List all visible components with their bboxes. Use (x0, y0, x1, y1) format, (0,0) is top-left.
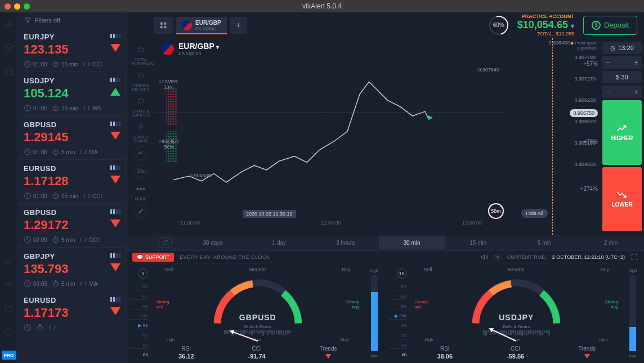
peak-price: 0.907640 (476, 66, 502, 73)
gear-icon[interactable] (494, 253, 502, 261)
level-PIV: PIV (130, 313, 148, 320)
payout-pct[interactable]: 60% (489, 16, 508, 35)
hide-all-button[interactable]: Hide All (521, 209, 548, 218)
loop-icon (162, 240, 169, 245)
deposit-button[interactable]: $ Deposit (583, 16, 637, 35)
chart-wrap: TOTAL PORTFOLIO TRADING HISTORY CHATS & … (127, 38, 644, 235)
sound-icon[interactable] (480, 253, 488, 261)
current-price-badge: 0.906750 (570, 109, 598, 117)
window-controls[interactable] (5, 3, 30, 10)
signal-meta: 01:09 15 min CCI (24, 192, 120, 200)
gauge-tf[interactable]: 15 (397, 268, 407, 279)
levels-col: 15 R3R2R1▶ PIVS1S2S3 60 (389, 267, 408, 360)
signal-price: 1.17128 (24, 174, 69, 189)
price-level: 0.905670 (572, 118, 598, 125)
signal-card[interactable]: EURUSD 1.17173 (18, 292, 126, 335)
chart-header[interactable]: EUR/GBP ▾ FX Option (160, 42, 219, 56)
add-tab-button[interactable]: + (230, 17, 247, 34)
signal-meta: 01:03 15 min CCI (24, 60, 120, 68)
topbar: EUR/GBP FX Option + 60% PRACTICE ACCOUNT… (127, 12, 644, 38)
indicator-icon (83, 60, 91, 68)
bottom-panel: 💬SUPPORT EVERY DAY, AROUND THE CLOCK CUR… (127, 250, 644, 363)
level-R2: R2 (389, 293, 407, 300)
signal-price: 105.124 (24, 86, 69, 101)
arrow-down-icon (110, 132, 120, 140)
tool-more[interactable]: •••MORE (132, 182, 150, 201)
arrow-down-icon (110, 307, 120, 315)
close-icon[interactable] (5, 3, 11, 10)
signals-icon[interactable] (4, 19, 14, 29)
minimize-icon[interactable] (14, 3, 20, 10)
signal-pair: GBPJPY (24, 252, 120, 261)
tool-leaderboard[interactable]: LEADER BOARD (132, 120, 150, 143)
price-chart[interactable]: EUR/GBP ▾ FX Option LOWER50% HIGHER50% (155, 38, 552, 235)
tool-timeframe[interactable]: 30s (132, 164, 150, 179)
signal-card[interactable]: GBPUSD 1.29172 02:09 5 min CCI (18, 204, 126, 248)
higher-button[interactable]: HIGHER (602, 100, 642, 165)
svg-rect-18 (164, 22, 166, 24)
bank-icon[interactable] (4, 43, 14, 53)
pro-badge[interactable]: PRO (2, 351, 16, 360)
svg-point-6 (53, 106, 58, 111)
gauge-block: 1 R3R2R1PIV▶ S1S2S3 60 SellNeutralBuy St… (127, 263, 386, 363)
maximize-icon[interactable] (24, 3, 30, 10)
account-block[interactable]: PRACTICE ACCOUNT $10,054.65 ▾ TOTAL: $10… (517, 14, 574, 37)
indicator-icon (79, 280, 87, 288)
gauge-tf[interactable]: 1 (138, 268, 148, 279)
timeframe-option[interactable]: 30 days (180, 236, 246, 249)
tool-portfolio[interactable]: TOTAL PORTFOLIO (132, 43, 150, 65)
signal-card[interactable]: USDJPY 105.124 01:05 15 min MA (18, 72, 126, 116)
tool-history[interactable]: TRADING HISTORY (132, 69, 150, 91)
signal-price: 1.17173 (24, 306, 69, 320)
timeframe-option[interactable]: 3 hours (312, 236, 379, 249)
tool-chart-type[interactable] (132, 146, 150, 161)
chart-tools: TOTAL PORTFOLIO TRADING HISTORY CHATS & … (127, 38, 155, 235)
strength-bar: high low (625, 267, 641, 360)
timeframe-option[interactable]: 5 min (511, 236, 578, 249)
level-R1: R1 (130, 303, 148, 310)
level-R1: R1 (389, 303, 407, 310)
filters-toggle[interactable]: Filters off (18, 12, 126, 28)
trade-panel: ◷13:20 −+ $ 30 −+ HIGHER LOWER (600, 38, 644, 235)
amount-field[interactable]: $ 30 (602, 71, 642, 83)
level-S1: S1 (389, 322, 407, 329)
timeframe-option[interactable]: 30 min (379, 236, 445, 249)
layout-icon[interactable] (4, 66, 14, 77)
signal-card[interactable]: GBPJPY 135.793 03:05 5 min MA (18, 248, 126, 292)
expiry-marker[interactable]: 58m (488, 203, 504, 219)
timeframe-option[interactable]: 2 min (578, 236, 644, 249)
tab-pair: EUR/GBP (195, 20, 221, 26)
timer-icon (52, 104, 60, 112)
account-label: PRACTICE ACCOUNT (517, 14, 574, 19)
strength-bar: high low (366, 267, 382, 360)
timeframe-option[interactable]: 1 day (246, 236, 312, 249)
calendar-icon[interactable] (4, 303, 14, 313)
signal-card[interactable]: GBPUSD 1.29145 01:06 5 min MA (18, 116, 126, 160)
expiry-time[interactable]: ◷13:20 (602, 42, 642, 54)
lower-button[interactable]: LOWER (602, 167, 642, 232)
tool-chat[interactable]: CHATS & SUPPORT (132, 95, 150, 117)
tool-draw[interactable] (132, 204, 150, 219)
fullscreen-icon[interactable] (630, 253, 638, 261)
loop-button[interactable] (158, 237, 173, 248)
grid-button[interactable] (154, 17, 173, 34)
timeframe-option[interactable]: 15 min (445, 236, 511, 249)
tab-eurgbp[interactable]: EUR/GBP FX Option (176, 17, 227, 34)
amount-stepper[interactable]: −+ (602, 86, 642, 98)
tab-type: FX Option (195, 26, 221, 31)
timer-icon (52, 148, 60, 156)
info-icon[interactable] (4, 327, 14, 337)
trend-icon[interactable] (4, 280, 14, 290)
signal-card[interactable]: EURJPY 123.135 01:03 15 min CCI (18, 28, 126, 72)
support-button[interactable]: 💬SUPPORT (132, 253, 174, 262)
level-S3: S3 (389, 342, 407, 349)
svg-rect-26 (166, 131, 177, 162)
expiry-stepper[interactable]: −+ (602, 56, 642, 69)
signal-price: 135.793 (24, 262, 69, 276)
chart-icon[interactable] (4, 256, 14, 266)
signal-card[interactable]: EURUSD 1.17128 01:09 15 min CCI (18, 160, 126, 204)
account-balance: $10,054.65 ▾ (517, 19, 574, 31)
clock-icon (24, 280, 32, 288)
price-level: 0.907790 (572, 54, 598, 61)
indicator-icon (79, 148, 87, 156)
